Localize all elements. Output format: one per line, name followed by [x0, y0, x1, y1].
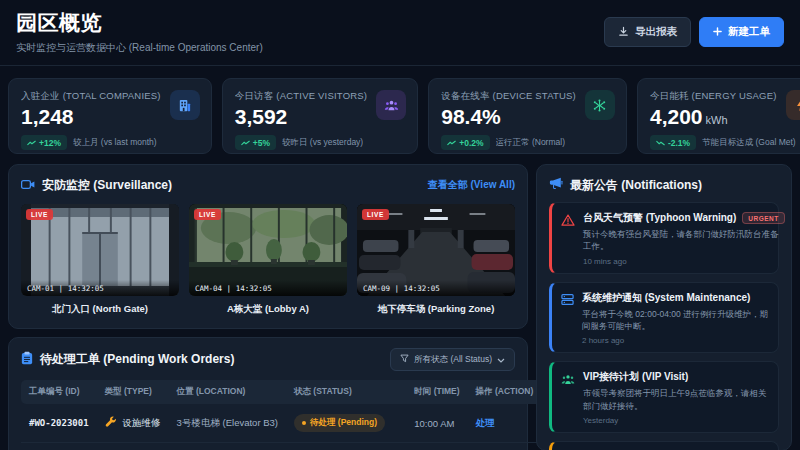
download-icon — [618, 26, 629, 39]
group-icon — [561, 370, 575, 425]
notification-item-maintenance[interactable]: 系统维护通知 (System Maintenance) 平台将于今晚 02:00… — [549, 282, 779, 354]
wrench-icon — [105, 416, 117, 430]
trend-badge: -2.1% — [650, 135, 696, 150]
view-all-link[interactable]: 查看全部 (View All) — [428, 178, 515, 192]
header-actions: 导出报表 新建工单 — [604, 17, 784, 47]
notification-timestamp: 2 hours ago — [582, 336, 769, 345]
camera-overlay-label: CAM-01 | 14:32:05 — [21, 280, 179, 296]
kpi-row: 入驻企业 (TOTAL COMPANIES) 1,248 +12% 较上月 (v… — [8, 78, 792, 154]
new-work-order-button[interactable]: 新建工单 — [699, 17, 784, 47]
notification-timestamp: 10 mins ago — [583, 257, 785, 266]
surveillance-title: 安防监控 (Surveillance) — [42, 177, 172, 194]
kpi-unit: kWh — [706, 114, 728, 126]
notification-item-typhoon[interactable]: 台风天气预警 (Typhoon Warning) URGENT 预计今晚有强台风… — [549, 202, 779, 274]
col-type: 类型 (TYPE) — [97, 380, 169, 404]
funnel-icon — [400, 354, 409, 365]
visitors-icon — [376, 90, 406, 120]
kpi-card-companies: 入驻企业 (TOTAL COMPANIES) 1,248 +12% 较上月 (v… — [8, 78, 212, 154]
bolt-icon — [786, 90, 800, 120]
order-id: #WO-2023002 — [21, 443, 97, 450]
camera-overlay-label: CAM-09 | 14:32:05 — [357, 280, 515, 296]
trend-badge: +12% — [21, 135, 67, 150]
clipboard-icon — [21, 351, 33, 369]
table-header-row: 工单编号 (ID) 类型 (TYPE) 位置 (LOCATION) 状态 (ST… — [21, 380, 541, 404]
server-icon — [561, 291, 574, 346]
megaphone-icon — [549, 176, 563, 194]
camera-tile[interactable]: LIVE CAM-09 | 14:32:05 地下停车场 (Parking Zo… — [357, 204, 515, 316]
plus-icon — [713, 26, 722, 38]
kpi-card-devices: 设备在线率 (DEVICE STATUS) 98.4% +0.2% 运行正常 (… — [428, 78, 627, 154]
urgent-badge: URGENT — [742, 212, 784, 224]
table-row[interactable]: #WO-2023001 设施维修 3号楼电梯 (Elevator B3) 待处理… — [21, 404, 541, 443]
kpi-card-visitors: 今日访客 (ACTIVE VISITORS) 3,592 +5% 较昨日 (vs… — [222, 78, 419, 154]
col-status: 状态 (STATUS) — [286, 380, 406, 404]
camera-caption: 地下停车场 (Parking Zone) — [357, 303, 515, 316]
order-type: 设施维修 — [105, 416, 161, 430]
page-subtitle: 实时监控与运营数据中心 (Real-time Operations Center… — [16, 41, 263, 55]
live-badge: LIVE — [362, 209, 389, 220]
trend-badge: +0.2% — [441, 135, 489, 150]
building-icon — [170, 90, 200, 120]
live-badge: LIVE — [26, 209, 53, 220]
camera-caption: A栋大堂 (Lobby A) — [189, 303, 347, 316]
notifications-panel: 最新公告 (Notifications) 台风天气预警 (Typhoon War… — [536, 164, 792, 450]
page-title: 园区概览 — [16, 9, 263, 37]
notifications-title: 最新公告 (Notifications) — [570, 177, 702, 194]
kpi-card-energy: 今日能耗 (ENERGY USAGE) 4,200kWh -2.1% 节能目标达… — [637, 78, 800, 154]
trend-badge: +5% — [235, 135, 276, 150]
col-action: 操作 (ACTION) — [468, 380, 542, 404]
camera-caption: 北门入口 (North Gate) — [21, 303, 179, 316]
network-icon — [585, 90, 615, 120]
chevron-down-icon — [497, 355, 505, 365]
camera-feed-parking[interactable]: LIVE CAM-09 | 14:32:05 — [357, 204, 515, 296]
surveillance-panel: 安防监控 (Surveillance) 查看全部 (View All) — [8, 164, 528, 329]
status-badge: 待处理 (Pending) — [294, 414, 385, 432]
main-content: 安防监控 (Surveillance) 查看全部 (View All) — [8, 164, 792, 450]
order-location: 中央公园 (Central Park) — [169, 443, 286, 450]
video-camera-icon — [21, 176, 35, 194]
camera-feed-lobby-a[interactable]: LIVE CAM-04 | 14:32:05 — [189, 204, 347, 296]
table-row[interactable]: #WO-2023002 环境清洁 中央公园 (Central Park) 进行中… — [21, 443, 541, 450]
camera-tile[interactable]: LIVE CAM-04 | 14:32:05 A栋大堂 (Lobby A) — [189, 204, 347, 316]
status-filter-dropdown[interactable]: 所有状态 (All Status) — [390, 348, 515, 371]
notification-item-vip[interactable]: VIP接待计划 (VIP Visit) 市领导考察团将于明日上午9点莅临参观，请… — [549, 361, 779, 433]
handle-action-link[interactable]: 处理 — [476, 417, 495, 428]
order-id: #WO-2023001 — [21, 404, 97, 443]
order-time: 09:45 AM — [406, 443, 467, 450]
camera-tile[interactable]: LIVE CAM-01 | 14:32:05 北门入口 (North Gate) — [21, 204, 179, 316]
warning-icon — [561, 211, 575, 266]
col-time: 时间 (TIME) — [406, 380, 467, 404]
col-location: 位置 (LOCATION) — [169, 380, 286, 404]
live-badge: LIVE — [194, 209, 221, 220]
work-orders-panel: 待处理工单 (Pending Work Orders) 所有状态 (All St… — [8, 337, 528, 450]
header-titles: 园区概览 实时监控与运营数据中心 (Real-time Operations C… — [16, 9, 263, 55]
camera-overlay-label: CAM-04 | 14:32:05 — [189, 280, 347, 296]
left-column: 安防监控 (Surveillance) 查看全部 (View All) — [8, 164, 528, 450]
col-id: 工单编号 (ID) — [21, 380, 97, 404]
camera-grid: LIVE CAM-01 | 14:32:05 北门入口 (North Gate) — [21, 204, 515, 316]
page-header: 园区概览 实时监控与运营数据中心 (Real-time Operations C… — [0, 0, 800, 66]
notification-timestamp: Yesterday — [583, 416, 769, 425]
work-orders-title: 待处理工单 (Pending Work Orders) — [40, 351, 234, 368]
export-report-button[interactable]: 导出报表 — [604, 17, 691, 47]
order-location: 3号楼电梯 (Elevator B3) — [169, 404, 286, 443]
camera-feed-north-gate[interactable]: LIVE CAM-01 | 14:32:05 — [21, 204, 179, 296]
work-orders-table: 工单编号 (ID) 类型 (TYPE) 位置 (LOCATION) 状态 (ST… — [21, 380, 541, 450]
order-time: 10:00 AM — [406, 404, 467, 443]
notification-item-fire-drill[interactable]: 消防演习通知 (Fire Drill) 下周一将在A栋举行全员消防演习，请周知。… — [549, 441, 779, 450]
